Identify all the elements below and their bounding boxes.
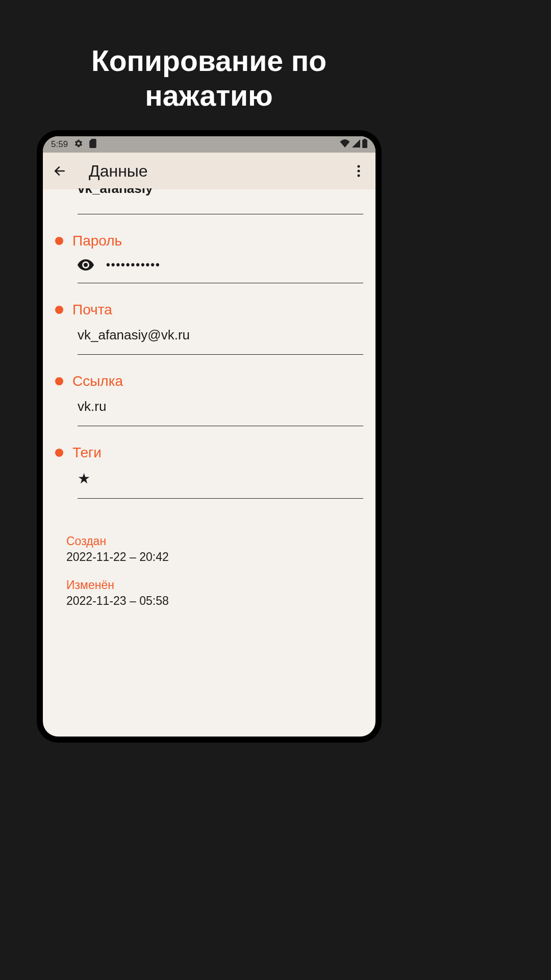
field-underline	[78, 426, 363, 426]
status-bar: 5:59	[43, 136, 375, 153]
meta-created: Создан 2022-11-22 – 20:42	[66, 534, 363, 564]
sd-card-icon	[89, 139, 96, 151]
bullet-icon	[55, 237, 63, 245]
field-label-row: Теги	[55, 445, 363, 461]
bullet-icon	[55, 377, 63, 385]
field-password-label: Пароль	[72, 233, 122, 249]
more-menu-button[interactable]	[351, 163, 366, 179]
battery-icon	[362, 139, 367, 151]
bullet-icon	[55, 306, 63, 314]
field-password-value: •••••••••••	[106, 258, 161, 272]
field-tags-label: Теги	[72, 445, 102, 461]
toggle-visibility-button[interactable]	[78, 259, 94, 271]
app-bar-title: Данные	[89, 162, 351, 181]
svg-point-3	[358, 175, 360, 177]
bullet-icon	[55, 449, 63, 457]
signal-icon	[352, 139, 360, 150]
field-label-row: Ссылка	[55, 373, 363, 389]
arrow-left-icon	[53, 164, 66, 178]
field-link[interactable]: Ссылка vk.ru	[55, 373, 363, 426]
field-login-partial[interactable]: vk_afanasiy	[55, 189, 363, 214]
field-link-value: vk.ru	[78, 399, 106, 414]
status-time: 5:59	[51, 139, 68, 150]
field-value-row: vk.ru	[78, 399, 363, 414]
app-bar: Данные	[43, 153, 375, 189]
svg-point-1	[358, 165, 360, 168]
wifi-icon	[340, 139, 350, 150]
eye-icon	[78, 259, 94, 271]
field-email[interactable]: Почта vk_afanasiy@vk.ru	[55, 302, 363, 355]
field-underline	[78, 283, 363, 283]
promo-title: Копирование по нажатию	[0, 43, 418, 113]
status-bar-right	[340, 139, 367, 151]
field-email-label: Почта	[72, 302, 112, 318]
field-email-value: vk_afanasiy@vk.ru	[78, 327, 190, 343]
more-vertical-icon	[357, 165, 360, 177]
field-tags[interactable]: Теги ★	[55, 445, 363, 499]
status-bar-left: 5:59	[51, 139, 96, 151]
field-value-row: ★	[78, 470, 363, 487]
field-label-row: Пароль	[55, 233, 363, 249]
content-area: vk_afanasiy Пароль •••••••••••	[43, 189, 375, 608]
back-button[interactable]	[52, 163, 67, 179]
meta-modified-value: 2022-11-23 – 05:58	[66, 594, 363, 608]
field-password[interactable]: Пароль •••••••••••	[55, 233, 363, 283]
field-tags-value: ★	[78, 470, 90, 487]
field-label-row: Почта	[55, 302, 363, 318]
meta-section: Создан 2022-11-22 – 20:42 Изменён 2022-1…	[55, 534, 363, 608]
meta-modified-label: Изменён	[66, 578, 363, 592]
gear-icon	[74, 139, 83, 151]
field-value-row: vk_afanasiy@vk.ru	[78, 327, 363, 343]
phone-screen: 5:59	[43, 136, 375, 737]
field-value-row: •••••••••••	[78, 258, 363, 272]
meta-created-value: 2022-11-22 – 20:42	[66, 550, 363, 564]
phone-frame: 5:59	[37, 130, 382, 743]
field-login-value: vk_afanasiy	[78, 188, 363, 198]
meta-created-label: Создан	[66, 534, 363, 548]
field-underline	[78, 498, 363, 499]
field-link-label: Ссылка	[72, 373, 123, 389]
field-underline	[78, 354, 363, 355]
svg-point-2	[358, 170, 360, 173]
meta-modified: Изменён 2022-11-23 – 05:58	[66, 578, 363, 608]
field-underline	[78, 214, 363, 214]
